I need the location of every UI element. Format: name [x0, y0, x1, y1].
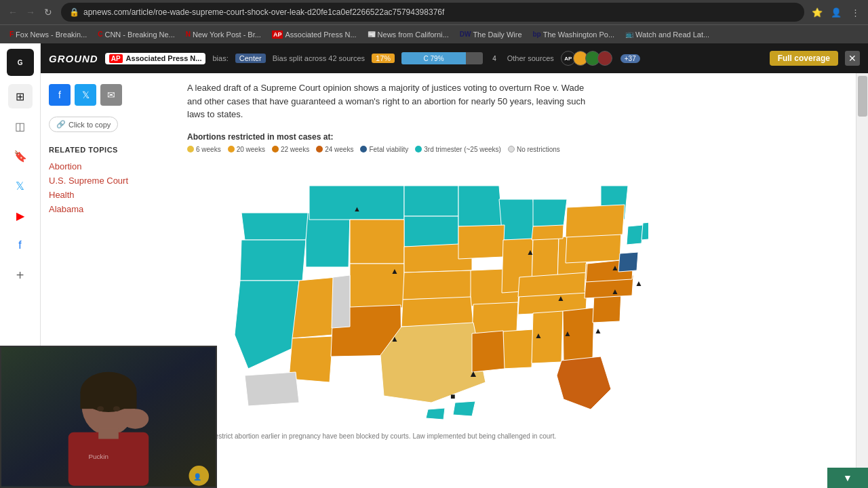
bookmarks-bar: F Fox News - Breakin... C CNN - Breaking…	[0, 24, 868, 43]
gn-split-label: Bias split across 42 sources	[273, 54, 365, 62]
svg-point-5	[97, 406, 104, 411]
topic-health[interactable]: Health	[49, 188, 168, 202]
reload-button[interactable]: ↻	[41, 5, 56, 20]
forward-button[interactable]: →	[23, 5, 38, 20]
svg-point-7	[122, 409, 149, 429]
legend-6weeks: 6 weeks	[187, 146, 221, 153]
lock-icon: 🔒	[69, 7, 79, 17]
triangle-sd: ▲	[391, 266, 399, 276]
bottom-scroll-button[interactable]: ▼	[827, 468, 868, 488]
triangle-ms: ▲	[534, 331, 542, 340]
bookmark-wapo-label: The Washington Po...	[543, 30, 614, 39]
state-mi-upper	[533, 199, 567, 226]
map-title: Abortions restricted in most cases at:	[187, 132, 845, 142]
profile-button[interactable]: 👤	[829, 5, 844, 20]
copy-link-button[interactable]: 🔗 Click to copy	[49, 117, 118, 132]
back-button[interactable]: ←	[5, 5, 20, 20]
map-caption: Laws to restrict abortion earlier in pre…	[187, 432, 594, 440]
svg-rect-10	[98, 429, 119, 439]
facebook-icon: f	[58, 89, 61, 100]
triangle-tn: ▲	[557, 293, 565, 303]
legend-20weeks-dot	[228, 146, 235, 152]
wapo-favicon: bp	[533, 30, 541, 38]
bookmark-ca[interactable]: 📰 News from Californi...	[363, 29, 453, 40]
state-ut	[332, 275, 350, 328]
copy-btn-label: Click to copy	[68, 121, 111, 129]
bookmark-watch[interactable]: 📺 Watch and Read Lat...	[621, 29, 713, 40]
legend-3rd: 3rd trimester (~25 weeks)	[415, 146, 501, 153]
scrollbar[interactable]	[856, 73, 868, 488]
share-email-button[interactable]: ✉	[100, 84, 122, 106]
twitter-icon: 𝕏	[82, 89, 90, 100]
gn-source-avatars: AP	[561, 51, 612, 66]
svg-text:Puckin: Puckin	[88, 453, 108, 460]
browser-window: ← → ↻ 🔒 apnews.com/article/roe-wade-supr…	[0, 0, 868, 43]
legend-fetal: Fetal viability	[360, 146, 408, 153]
legend-22weeks-dot	[272, 146, 279, 152]
menu-button[interactable]: ⋮	[848, 5, 863, 20]
scrollbar-thumb[interactable]	[858, 76, 867, 117]
svg-rect-4	[81, 392, 137, 409]
state-id	[306, 213, 350, 267]
legend-22weeks: 22 weeks	[272, 146, 309, 153]
browser-actions: ⭐ 👤 ⋮	[810, 5, 863, 20]
bookmark-nypost[interactable]: N New York Post - Br...	[182, 29, 265, 40]
legend-24weeks: 24 weeks	[316, 146, 353, 153]
related-topics-title: RELATED TOPICS	[49, 146, 168, 154]
triangle-va: ▲	[611, 263, 619, 272]
share-twitter-button[interactable]: 𝕏	[75, 84, 96, 106]
topic-abortion[interactable]: Abortion	[49, 159, 168, 174]
browser-toolbar: ← → ↻ 🔒 apnews.com/article/roe-wade-supr…	[0, 0, 868, 24]
sidebar-twitter-icon[interactable]: 𝕏	[8, 174, 33, 198]
gn-header: GROUND AP Associated Press N... bias: Ce…	[41, 43, 868, 73]
state-nv	[292, 277, 336, 338]
triangle-tx: ▲	[469, 368, 478, 379]
state-ms	[502, 329, 533, 369]
state-wa	[241, 213, 309, 240]
state-ks	[403, 270, 472, 300]
svg-rect-8	[68, 432, 149, 486]
gn-other-sources-label: Other sources	[507, 54, 554, 62]
sidebar-bookmark-icon[interactable]: 🔖	[8, 144, 33, 168]
bookmark-dw-label: The Daily Wire	[473, 30, 521, 39]
map-section: Abortions restricted in most cases at: 6…	[187, 132, 845, 440]
legend-24weeks-dot	[316, 146, 323, 152]
gn-meter-count: 4	[492, 55, 496, 62]
state-fl	[557, 357, 611, 409]
bookmark-cnn[interactable]: C CNN - Breaking Ne...	[94, 29, 179, 40]
legend-none: No restrictions	[508, 146, 560, 153]
nav-buttons: ← → ↻	[5, 5, 56, 20]
state-sd	[404, 216, 458, 247]
triangle-ga: ▲	[594, 326, 602, 336]
bookmark-fox[interactable]: F Fox News - Breakin...	[5, 29, 91, 40]
watch-favicon: 📺	[625, 30, 633, 38]
sidebar-home-icon[interactable]: ⊞	[8, 84, 33, 108]
gn-meter-text: C 79%	[424, 55, 444, 62]
nypost-favicon: N	[186, 30, 191, 38]
state-or	[240, 240, 306, 281]
state-ct-ri	[627, 225, 643, 245]
webcam-background: Puckin 👤	[1, 347, 216, 487]
bookmark-dw[interactable]: DW The Daily Wire	[456, 29, 526, 40]
share-facebook-button[interactable]: f	[49, 84, 71, 106]
dw-favicon: DW	[460, 30, 471, 38]
bookmark-nypost-label: New York Post - Br...	[193, 30, 261, 39]
address-bar[interactable]: 🔒 apnews.com/article/roe-wade-supreme-co…	[61, 3, 804, 22]
bookmark-wapo[interactable]: bp The Washington Po...	[529, 29, 619, 40]
topic-supreme-court[interactable]: U.S. Supreme Court	[49, 174, 168, 188]
triangle-al: ▲	[564, 329, 572, 338]
triangle-nc: ▲	[635, 279, 643, 288]
legend-24weeks-label: 24 weeks	[325, 146, 353, 153]
sidebar-add-icon[interactable]: +	[8, 263, 33, 287]
map-legend: 6 weeks 20 weeks 22 weeks 24 weeks	[187, 146, 845, 153]
sidebar-facebook-icon[interactable]: f	[8, 233, 33, 258]
legend-3rd-dot	[415, 146, 422, 152]
full-coverage-button[interactable]: Full coverage	[770, 51, 838, 66]
legend-3rd-label: 3rd trimester (~25 weeks)	[424, 146, 501, 153]
sidebar-search-icon[interactable]: ◫	[8, 114, 33, 138]
bookmark-ap[interactable]: AP Associated Press N...	[268, 29, 361, 40]
topic-alabama[interactable]: Alabama	[49, 202, 168, 216]
gn-close-button[interactable]: ✕	[845, 51, 860, 66]
sidebar-youtube-icon[interactable]: ▶	[8, 203, 33, 228]
extensions-button[interactable]: ⭐	[810, 5, 825, 20]
